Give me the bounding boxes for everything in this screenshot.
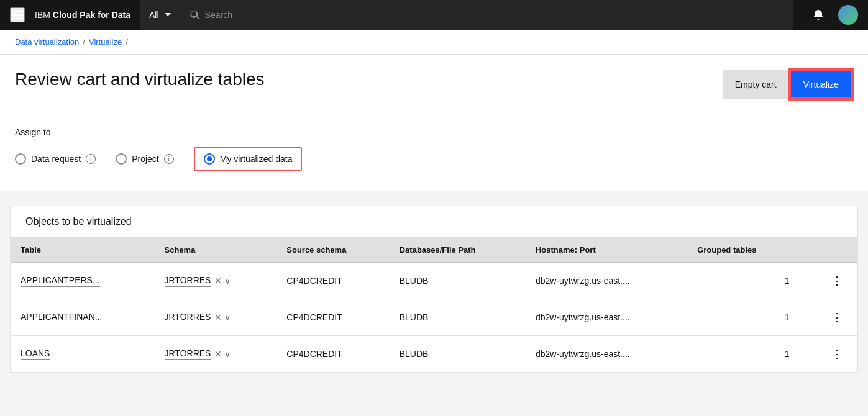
search-input[interactable] [205,10,783,20]
info-icon-data-request[interactable]: i [86,154,96,164]
schema-actions-0: ✕ ∨ [214,276,231,286]
table-header-row: Table Schema Source schema Databases/Fil… [11,238,857,263]
breadcrumb-item-data-virtualization[interactable]: Data virtualization [15,37,79,47]
search-area: All [140,0,793,30]
cell-schema-1: JRTORRES ✕ ∨ [155,299,277,336]
cell-source-schema-2: CP4DCREDIT [276,336,389,373]
table-name-0: APPLICANTPERS... [21,275,100,287]
col-header-table: Table [11,238,155,263]
cell-source-schema-1: CP4DCREDIT [276,299,389,336]
overflow-menu-button-1[interactable]: ⋮ [826,308,847,327]
schema-value-2: JRTORRES [165,348,211,360]
col-header-database: Databases/File Path [390,238,526,263]
radio-label-my-virtualized-data: My virtualized data [220,154,293,164]
cell-hostname-2: db2w-uytwrzg.us-east.... [526,336,687,373]
col-header-grouped: Grouped tables [687,238,799,263]
svg-rect-0 [11,11,24,12]
nav-right-actions [803,0,858,30]
cell-table-1: APPLICANTFINAN... [11,299,155,336]
radio-item-my-virtualized-data[interactable]: My virtualized data [194,147,303,171]
hamburger-icon[interactable] [10,7,25,22]
breadcrumb: Data virtualization / Virtualize / [0,30,868,55]
cell-database-2: BLUDB [390,336,526,373]
radio-label-data-request: Data request [31,154,81,164]
search-icon [190,10,200,20]
schema-chevron-1[interactable]: ∨ [224,312,231,322]
cell-schema-2: JRTORRES ✕ ∨ [155,336,277,373]
cell-schema-0: JRTORRES ✕ ∨ [155,263,277,299]
cell-hostname-1: db2w-uytwrzg.us-east.... [526,299,687,336]
cell-hostname-0: db2w-uytwrzg.us-east.... [526,263,687,299]
col-header-source-schema: Source schema [276,238,389,263]
schema-value-0: JRTORRES [165,275,211,287]
table-name-2: LOANS [21,348,50,360]
col-header-hostname: Hostname: Port [526,238,687,263]
breadcrumb-separator-2: / [126,37,128,47]
empty-cart-button[interactable]: Empty cart [723,70,789,99]
radio-circle-data-request [15,153,26,165]
breadcrumb-item-virtualize[interactable]: Virtualize [89,37,122,47]
scope-selector[interactable]: All [140,0,180,30]
section-spacer [0,191,868,206]
table-row: APPLICANTFINAN... JRTORRES ✕ ∨ CP4DCREDI… [11,299,857,336]
table-row: LOANS JRTORRES ✕ ∨ CP4DCREDIT BLUDB db2w… [11,336,857,373]
virtualize-table: Table Schema Source schema Databases/Fil… [11,238,857,373]
schema-clear-2[interactable]: ✕ [214,349,222,359]
main-content: Data virtualization / Virtualize / Revie… [0,30,868,388]
table-row: APPLICANTPERS... JRTORRES ✕ ∨ CP4DCREDIT… [11,263,857,299]
col-header-schema: Schema [155,238,277,263]
schema-value-1: JRTORRES [165,312,211,323]
cell-grouped-0: 1 [687,263,799,299]
table-body: APPLICANTPERS... JRTORRES ✕ ∨ CP4DCREDIT… [11,263,857,373]
schema-chevron-0[interactable]: ∨ [224,276,231,286]
schema-chevron-2[interactable]: ∨ [224,349,231,359]
page-title: Review cart and virtualize tables [15,70,265,89]
cell-table-2: LOANS [11,336,155,373]
page-header: Review cart and virtualize tables Empty … [0,55,868,112]
top-nav: IBM Cloud Pak for Data All [0,0,868,30]
objects-section-title: Objects to be virtualized [11,206,857,238]
cell-overflow-0: ⋮ [800,263,858,299]
search-bar [180,0,793,30]
radio-group: Data request i Project i My virtualized … [15,147,853,171]
page-actions: Empty cart Virtualize [723,70,853,99]
col-header-actions [800,238,858,263]
cell-grouped-1: 1 [687,299,799,336]
radio-circle-project [116,153,127,165]
schema-clear-0[interactable]: ✕ [214,276,222,286]
info-icon-project[interactable]: i [164,154,174,164]
user-avatar[interactable] [838,5,858,25]
cell-table-0: APPLICANTPERS... [11,263,155,299]
table-header: Table Schema Source schema Databases/Fil… [11,238,857,263]
app-logo: IBM Cloud Pak for Data [35,10,130,20]
table-name-1: APPLICANTFINAN... [21,312,102,323]
cell-overflow-1: ⋮ [800,299,858,336]
cell-grouped-2: 1 [687,336,799,373]
cell-overflow-2: ⋮ [800,336,858,373]
schema-actions-2: ✕ ∨ [214,349,231,359]
overflow-menu-button-2[interactable]: ⋮ [826,345,847,363]
svg-rect-1 [11,14,24,16]
overflow-menu-button-0[interactable]: ⋮ [826,271,847,290]
virtualize-button[interactable]: Virtualize [789,70,853,99]
breadcrumb-separator-1: / [83,37,85,47]
radio-circle-my-virtualized-data [204,153,215,165]
cell-database-1: BLUDB [390,299,526,336]
radio-item-data-request[interactable]: Data request i [15,153,96,165]
notification-button[interactable] [803,0,833,30]
svg-rect-2 [11,18,24,19]
cell-database-0: BLUDB [390,263,526,299]
radio-label-project: Project [132,154,159,164]
objects-section: Objects to be virtualized Table Schema S… [10,206,858,373]
schema-actions-1: ✕ ∨ [214,312,231,322]
radio-item-project[interactable]: Project i [116,153,174,165]
assign-label: Assign to [15,127,853,137]
cell-source-schema-0: CP4DCREDIT [276,263,389,299]
assign-section: Assign to Data request i Project i My vi… [0,112,868,191]
schema-clear-1[interactable]: ✕ [214,312,222,322]
